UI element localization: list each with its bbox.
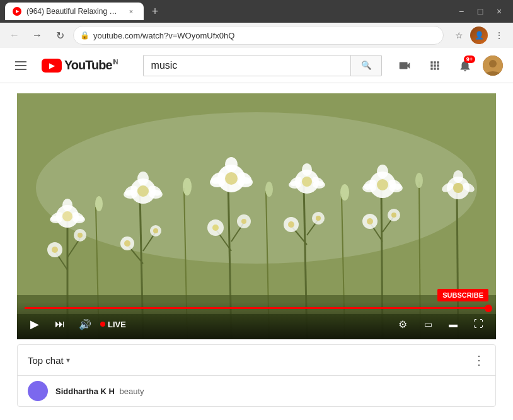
svg-point-1: [489, 60, 497, 67]
browser-chrome: (964) Beautiful Relaxing Hymns... × + − …: [0, 0, 513, 48]
volume-button[interactable]: 🔊: [75, 314, 95, 334]
chat-username: Siddhartha K H: [55, 387, 115, 396]
svg-point-38: [137, 185, 149, 197]
svg-point-76: [241, 219, 246, 224]
window-controls: − □ ×: [452, 3, 508, 20]
svg-point-3: [36, 112, 477, 264]
hamburger-line-3: [15, 69, 26, 70]
chat-message-text: Siddhartha K H beauty: [55, 387, 144, 396]
svg-point-82: [367, 218, 373, 225]
apps-icon: [429, 59, 441, 72]
svg-point-31: [62, 211, 72, 221]
controls-row: ▶ ⏭ 🔊 LIVE ⚙ ▭ ▬ ⛶: [25, 314, 488, 334]
chat-header: Top chat ▾ ⋮: [18, 345, 495, 376]
browser-more-button[interactable]: ⋮: [490, 26, 508, 44]
svg-point-68: [78, 233, 83, 238]
fullscreen-button[interactable]: ⛶: [468, 314, 488, 334]
hamburger-line-1: [15, 61, 26, 62]
tab-bar: (964) Beautiful Relaxing Hymns... × + − …: [0, 0, 513, 23]
miniplayer-button[interactable]: ▭: [418, 314, 438, 334]
chevron-down-icon: ▾: [66, 356, 70, 365]
address-bar[interactable]: 🔒 youtube.com/watch?v=WOyomUfx0hQ: [73, 26, 444, 45]
svg-point-42: [225, 157, 238, 172]
chat-section: Top chat ▾ ⋮ Siddhartha K H beauty: [17, 344, 496, 407]
chat-message: Siddhartha K H beauty: [18, 376, 495, 406]
svg-point-52: [302, 177, 312, 187]
progress-bar[interactable]: [25, 307, 488, 309]
nav-bar: ← → ↻ 🔒 youtube.com/watch?v=WOyomUfx0hQ …: [0, 23, 513, 48]
search-input[interactable]: [143, 55, 350, 76]
lock-icon: 🔒: [80, 31, 89, 40]
chat-more-button[interactable]: ⋮: [473, 353, 485, 368]
svg-point-50: [289, 181, 301, 189]
minimize-button[interactable]: −: [452, 3, 470, 20]
chat-title: Top chat: [28, 355, 64, 366]
tab-title: (964) Beautiful Relaxing Hymns...: [26, 7, 121, 16]
refresh-button[interactable]: ↻: [50, 26, 69, 45]
bookmark-icon[interactable]: ☆: [450, 26, 468, 44]
search-button[interactable]: 🔍: [350, 55, 382, 76]
svg-point-36: [124, 190, 137, 199]
svg-point-35: [137, 172, 149, 185]
notification-badge: 9+: [464, 55, 475, 63]
youtube-logo-icon: [42, 59, 62, 73]
upload-icon: [398, 59, 412, 73]
hamburger-menu[interactable]: [10, 56, 32, 75]
page-content: YouTubeIN 🔍 9+: [0, 48, 513, 420]
video-container: SUBSCRIBE ▶ ⏭ 🔊 LIVE: [17, 93, 496, 339]
active-tab[interactable]: (964) Beautiful Relaxing Hymns... ×: [5, 3, 144, 20]
tab-favicon: [13, 7, 21, 16]
next-button[interactable]: ⏭: [50, 314, 70, 334]
svg-point-57: [362, 184, 376, 192]
live-text: LIVE: [108, 320, 126, 329]
youtube-logo[interactable]: YouTubeIN: [42, 58, 118, 73]
svg-point-59: [377, 179, 388, 190]
search-icon: 🔍: [361, 61, 372, 70]
nav-icons: ☆ 👤 ⋮: [450, 26, 508, 44]
svg-point-87: [265, 182, 273, 197]
svg-point-51: [313, 181, 325, 189]
tab-close-button[interactable]: ×: [126, 6, 136, 16]
progress-dot: [485, 305, 492, 312]
svg-point-45: [225, 172, 238, 185]
close-button[interactable]: ×: [490, 3, 508, 20]
svg-point-85: [95, 196, 103, 211]
profile-avatar: 👤: [470, 26, 488, 44]
user-avatar[interactable]: [483, 55, 503, 76]
profile-icon[interactable]: 👤: [470, 26, 488, 44]
svg-point-29: [50, 216, 62, 223]
subscribe-button-overlay[interactable]: SUBSCRIBE: [437, 289, 488, 301]
play-button[interactable]: ▶: [25, 314, 45, 334]
svg-point-88: [340, 184, 349, 201]
video-controls: ▶ ⏭ 🔊 LIVE ⚙ ▭ ▬ ⛶: [17, 302, 496, 339]
svg-point-49: [302, 163, 312, 176]
back-button[interactable]: ←: [5, 26, 24, 45]
forward-button[interactable]: →: [28, 26, 47, 45]
svg-point-58: [389, 184, 403, 192]
user-avatar-icon: [483, 55, 503, 76]
svg-point-37: [149, 190, 163, 199]
header-icons: 9+: [392, 53, 503, 78]
svg-point-64: [453, 183, 463, 193]
settings-button[interactable]: ⚙: [393, 314, 413, 334]
svg-point-74: [212, 225, 219, 231]
chat-avatar: [28, 381, 48, 401]
apps-button[interactable]: [422, 53, 447, 78]
svg-point-66: [52, 247, 58, 253]
live-dot: [100, 322, 105, 327]
notifications-button[interactable]: 9+: [452, 53, 478, 78]
svg-point-86: [183, 178, 192, 195]
youtube-header: YouTubeIN 🔍 9+: [0, 48, 513, 83]
main-content: SUBSCRIBE ▶ ⏭ 🔊 LIVE: [0, 93, 513, 407]
chat-dropdown[interactable]: Top chat ▾: [28, 355, 70, 366]
upload-button[interactable]: [392, 53, 417, 78]
youtube-logo-text: YouTubeIN: [64, 58, 118, 73]
theater-button[interactable]: ▬: [443, 314, 463, 334]
svg-point-56: [377, 165, 388, 178]
live-badge: LIVE: [100, 320, 126, 329]
maximize-button[interactable]: □: [471, 3, 489, 20]
new-tab-button[interactable]: +: [146, 3, 164, 20]
svg-point-44: [238, 177, 253, 187]
svg-point-89: [415, 173, 423, 188]
svg-point-43: [210, 177, 225, 187]
